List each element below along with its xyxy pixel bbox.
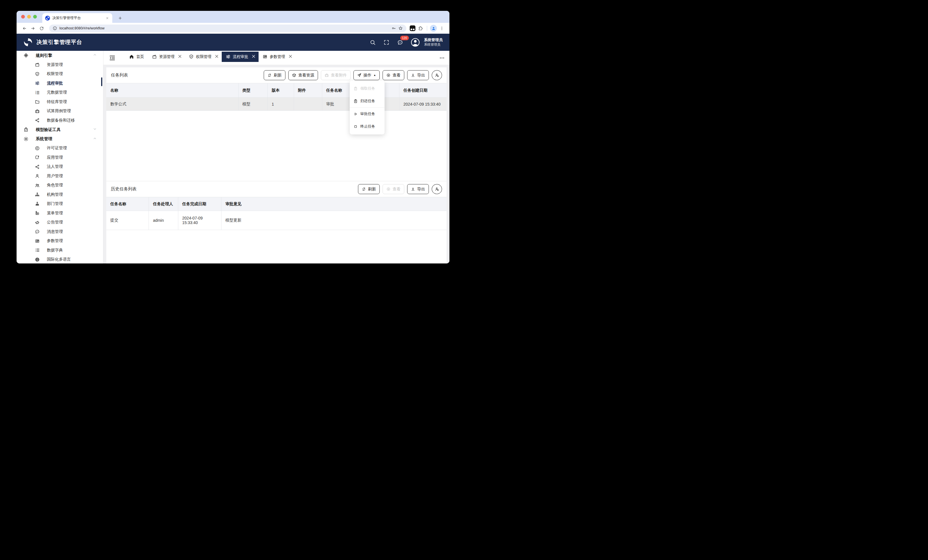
- sidebar-item-permission-mgmt[interactable]: 权限管理: [17, 69, 103, 79]
- extensions-puzzle-icon[interactable]: [417, 24, 424, 32]
- sidebar-item-workflow-approval[interactable]: 流程审批: [17, 79, 103, 88]
- col-task-handler[interactable]: 任务处理人: [149, 197, 178, 211]
- sidebar-item-legal-person-mgmt[interactable]: 法人管理: [17, 162, 103, 172]
- col-approval-opinion[interactable]: 审批意见: [221, 197, 447, 211]
- forward-icon[interactable]: [29, 24, 37, 32]
- sidebar-item-dept-mgmt[interactable]: 部门管理: [17, 199, 103, 208]
- history-table-row[interactable]: 提交 admin 2024-07-09 15:33:40 模型更新: [106, 211, 447, 230]
- sidebar-item-feature-lib-mgmt[interactable]: 特征库管理: [17, 97, 103, 107]
- sidebar-item-org-mgmt[interactable]: 机构管理: [17, 190, 103, 199]
- user-gear-icon: [435, 187, 439, 191]
- menu-item-claim-task[interactable]: 领取任务: [350, 82, 385, 95]
- browser-tab[interactable]: 决策引擎管理平台: [42, 13, 112, 23]
- sidebar-item-trial-case-mgmt[interactable]: 试算用例管理: [17, 107, 103, 116]
- user-avatar[interactable]: [411, 38, 420, 47]
- view-attachment-button[interactable]: 查看附件: [321, 70, 351, 80]
- col-version[interactable]: 版本: [268, 83, 294, 97]
- new-tab-button[interactable]: [116, 14, 124, 22]
- col-type[interactable]: 类型: [238, 83, 267, 97]
- col-task-name[interactable]: 任务名称: [106, 197, 149, 211]
- paper-plane-icon: [357, 73, 362, 78]
- history-column-settings-button[interactable]: [432, 184, 442, 194]
- cube-icon: [292, 73, 296, 78]
- back-icon[interactable]: [21, 24, 28, 32]
- sidebar-item-user-mgmt[interactable]: 用户管理: [17, 172, 103, 181]
- tab-close-icon[interactable]: [214, 54, 218, 59]
- col-task-created[interactable]: 任务创建日期: [399, 83, 447, 97]
- task-table-row[interactable]: 数学公式 模型 1 审批 2024-07-09 15:33:40: [106, 97, 447, 111]
- history-list-header: 历史任务列表 刷新 查看 导出: [106, 181, 447, 197]
- sidebar-section-system-mgmt[interactable]: 系统管理: [17, 134, 103, 144]
- sidebar-item-notice-mgmt[interactable]: 公告管理: [17, 218, 103, 227]
- history-view-button[interactable]: 查看: [383, 184, 404, 194]
- bookmark-star-icon[interactable]: [398, 26, 403, 30]
- task-table-header-row: 名称 类型 版本 附件 任务名称 任务处理人 任务创建日期: [106, 83, 447, 97]
- sidebar-section-rule-engine[interactable]: 规则引擎: [17, 51, 103, 60]
- export-button[interactable]: 导出: [407, 70, 429, 80]
- item-label: 许可证管理: [47, 146, 67, 151]
- column-settings-button[interactable]: [432, 70, 442, 80]
- search-icon[interactable]: [369, 39, 376, 46]
- tab-close-icon[interactable]: [105, 16, 110, 20]
- sidebar-item-data-dict[interactable]: 数据字典: [17, 246, 103, 255]
- sidebar-item-resource-mgmt[interactable]: 资源管理: [17, 60, 103, 70]
- tab-workflow-approval[interactable]: 流程审批: [222, 52, 259, 62]
- browser-toolbar: localhost:8080/#/re/workflow: [17, 23, 449, 33]
- sidebar-item-metadata-mgmt[interactable]: 元数据管理: [17, 88, 103, 97]
- menu-item-terminate-task[interactable]: 终止任务: [350, 120, 385, 133]
- tab-close-icon[interactable]: [251, 54, 255, 59]
- col-task-name[interactable]: 任务名称: [322, 83, 350, 97]
- sidebar-section-model-validation[interactable]: 模型验证工具: [17, 125, 103, 134]
- content-panel: 任务列表 刷新 查看资源 查看附件: [106, 67, 447, 263]
- menu-item-approve-task[interactable]: 审批任务: [350, 108, 385, 120]
- section-label: 模型验证工具: [36, 127, 61, 132]
- tab-home[interactable]: 首页: [125, 52, 148, 62]
- sidebar-scrollbar-thumb[interactable]: [101, 78, 102, 86]
- minimize-window-button[interactable]: [27, 15, 31, 18]
- sidebar-item-i18n[interactable]: 国际化多语言: [17, 255, 103, 263]
- user-meta[interactable]: 系统管理员 系统管理员: [424, 37, 443, 47]
- item-label: 菜单管理: [47, 211, 63, 216]
- refresh-button[interactable]: 刷新: [264, 70, 285, 80]
- sidebar-item-param-mgmt[interactable]: 参数管理: [17, 236, 103, 246]
- sidebar-item-message-mgmt[interactable]: 消息管理: [17, 227, 103, 237]
- view-button[interactable]: 查看: [383, 70, 404, 80]
- history-refresh-button[interactable]: 刷新: [358, 184, 380, 194]
- sidebar-item-role-mgmt[interactable]: 角色管理: [17, 181, 103, 190]
- view-resource-button[interactable]: 查看资源: [288, 70, 318, 80]
- col-task-finished[interactable]: 任务完成日期: [178, 197, 221, 211]
- gear-icon: [23, 137, 29, 142]
- tab-permission-mgmt[interactable]: 权限管理: [185, 52, 222, 62]
- address-bar[interactable]: localhost:8080/#/re/workflow: [49, 24, 406, 32]
- tab-close-icon[interactable]: [177, 54, 181, 59]
- sidebar-collapse-icon[interactable]: [109, 55, 115, 61]
- tab-close-icon[interactable]: [288, 54, 292, 59]
- more-tabs-icon[interactable]: [438, 55, 446, 61]
- menu-item-return-task[interactable]: 归还任务: [350, 95, 385, 107]
- password-key-icon[interactable]: [391, 26, 396, 30]
- chat-bubble-icon: [35, 229, 40, 234]
- chevron-down-icon: [86, 127, 97, 132]
- share-nodes-icon: [35, 118, 40, 123]
- site-info-icon[interactable]: [53, 26, 57, 30]
- browser-profile-avatar[interactable]: [430, 25, 437, 32]
- sidebar-item-data-backup-migration[interactable]: 数据备份和迁移: [17, 116, 103, 125]
- close-window-button[interactable]: [21, 15, 25, 18]
- menu-item-label: 终止任务: [360, 124, 375, 129]
- sidebar-item-app-mgmt[interactable]: 应用管理: [17, 153, 103, 163]
- col-name[interactable]: 名称: [106, 83, 238, 97]
- tab-resource-mgmt[interactable]: 资源管理: [148, 52, 185, 62]
- col-attachment[interactable]: 附件: [294, 83, 322, 97]
- tab-param-mgmt[interactable]: 参数管理: [259, 52, 295, 62]
- sidebar-item-menu-mgmt[interactable]: 菜单管理: [17, 208, 103, 218]
- zoom-window-button[interactable]: [33, 15, 37, 18]
- sidebar-item-license-mgmt[interactable]: 许可证管理: [17, 143, 103, 153]
- url-text: localhost:8080/#/re/workflow: [60, 26, 389, 30]
- action-button[interactable]: 操作 ▲: [353, 70, 380, 80]
- messages-icon[interactable]: 120: [397, 39, 403, 46]
- fullscreen-icon[interactable]: [383, 39, 389, 46]
- history-export-button[interactable]: 导出: [407, 184, 429, 194]
- extension-icon[interactable]: [410, 25, 415, 31]
- reload-icon[interactable]: [38, 24, 45, 32]
- browser-menu-kebab-icon[interactable]: [438, 24, 446, 32]
